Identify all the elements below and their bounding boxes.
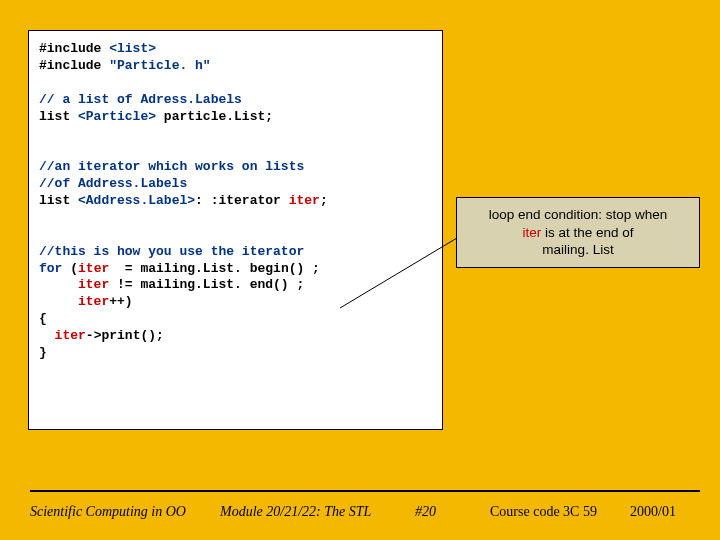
code-text: } <box>39 345 47 360</box>
code-var: iter <box>55 328 86 343</box>
callout-text: mailing. List <box>463 241 693 259</box>
code-text: particle.List; <box>156 109 273 124</box>
callout-var: iter <box>522 225 541 240</box>
code-text: : :iterator <box>195 193 289 208</box>
code-text: #include <box>39 41 109 56</box>
code-comment: //an iterator which works on lists <box>39 159 304 174</box>
footer-year: 2000/01 <box>630 504 676 520</box>
footer-left: Scientific Computing in OO <box>30 504 186 520</box>
code-text: ; <box>320 193 328 208</box>
code-comment: //of Address.Labels <box>39 176 187 191</box>
code-var: iter <box>289 193 320 208</box>
footer-divider <box>30 490 700 492</box>
footer-module: Module 20/21/22: The STL <box>220 504 371 520</box>
code-var: iter <box>78 277 109 292</box>
code-text: ( <box>70 261 78 276</box>
callout-text: is at the end of <box>541 225 633 240</box>
code-text: { <box>39 311 47 326</box>
code-comment: //this is how you use the iterator <box>39 244 304 259</box>
code-text: #include <box>39 58 109 73</box>
code-text: ->print(); <box>86 328 164 343</box>
callout-box: loop end condition: stop when iter is at… <box>456 197 700 268</box>
code-comment: // a list of Adress.Labels <box>39 92 242 107</box>
code-text: list <box>39 193 78 208</box>
footer-course: Course code 3C 59 <box>490 504 597 520</box>
code-text: "Particle. h" <box>109 58 210 73</box>
code-keyword: for <box>39 261 70 276</box>
code-text <box>39 328 55 343</box>
code-var: iter <box>78 261 109 276</box>
code-text: ++) <box>109 294 132 309</box>
code-panel: #include <list> #include "Particle. h" /… <box>28 30 443 430</box>
code-text: <list> <box>109 41 156 56</box>
code-var: iter <box>78 294 109 309</box>
code-text: <Address.Label> <box>78 193 195 208</box>
code-text <box>39 277 78 292</box>
code-text: = mailing.List. begin() ; <box>109 261 320 276</box>
code-text <box>39 294 78 309</box>
callout-text: loop end condition: stop when <box>463 206 693 224</box>
code-text: != mailing.List. end() ; <box>109 277 304 292</box>
code-text: <Particle> <box>78 109 156 124</box>
code-text: list <box>39 109 78 124</box>
footer-page-num: #20 <box>415 504 436 520</box>
